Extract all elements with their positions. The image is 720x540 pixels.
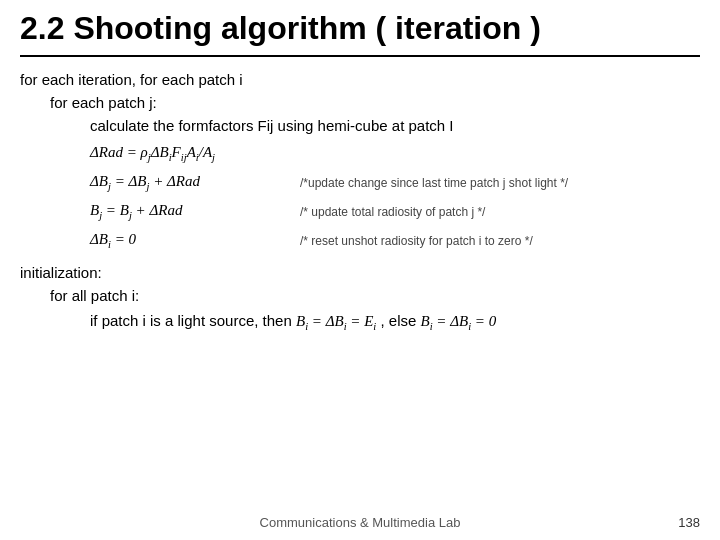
formula-3-lhs: Bj = Bj + ΔRad (90, 202, 300, 221)
inner-loop-line: for each patch j: (50, 94, 700, 111)
formula-2-lhs: ΔBj = ΔBj + ΔRad (90, 173, 300, 192)
formula-4-comment: /* reset unshot radiosity for patch i to… (300, 234, 533, 248)
main-content: for each iteration, for each patch i for… (20, 71, 700, 332)
initialization-text: initialization: (20, 264, 102, 281)
outer-loop-text: for each iteration, for each patch i (20, 71, 243, 88)
calculate-line: calculate the formfactors Fij using hemi… (90, 117, 700, 134)
formula-row-4: ΔBi = 0 /* reset unshot radiosity for pa… (90, 231, 700, 250)
formula-1-lhs: ΔRad = ρjΔBiFijAi/Aj (90, 144, 300, 163)
outer-loop-line: for each iteration, for each patch i (20, 71, 700, 88)
inner-loop-text: for each patch j: (50, 94, 157, 111)
initialization-label: initialization: (20, 264, 700, 281)
footer-center-text: Communications & Multimedia Lab (260, 515, 461, 530)
footer-page-number: 138 (678, 515, 700, 530)
formula-2-comment: /*update change since last time patch j … (300, 176, 568, 190)
initialization-section: initialization: for all patch i: if patc… (20, 264, 700, 332)
formula-4-lhs: ΔBi = 0 (90, 231, 300, 250)
title-text: 2.2 Shooting algorithm ( iteration ) (20, 10, 541, 46)
calculate-text: calculate the formfactors Fij using hemi… (90, 117, 454, 134)
formula-row-3: Bj = Bj + ΔRad /* update total radiosity… (90, 202, 700, 221)
page: 2.2 Shooting algorithm ( iteration ) for… (0, 0, 720, 540)
formula-row-1: ΔRad = ρjΔBiFijAi/Aj (90, 144, 700, 163)
final-formula-line: if patch i is a light source, then Bi = … (90, 312, 700, 332)
for-all-line: for all patch i: (50, 287, 700, 304)
for-all-text: for all patch i: (50, 287, 139, 304)
formula-row-2: ΔBj = ΔBj + ΔRad /*update change since l… (90, 173, 700, 192)
formula-block: ΔRad = ρjΔBiFijAi/Aj ΔBj = ΔBj + ΔRad /*… (90, 144, 700, 250)
footer: Communications & Multimedia Lab 138 (0, 515, 720, 530)
page-title: 2.2 Shooting algorithm ( iteration ) (20, 10, 700, 57)
formula-3-comment: /* update total radiosity of patch j */ (300, 205, 485, 219)
